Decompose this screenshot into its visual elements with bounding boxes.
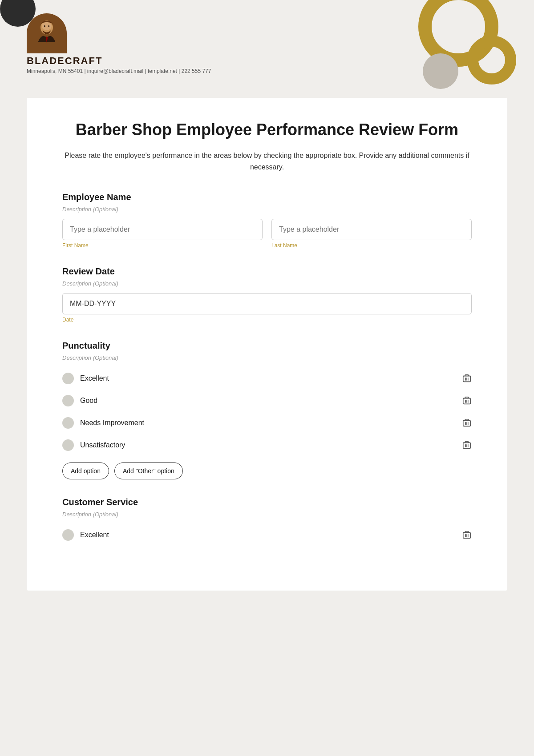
section-punctuality: Punctuality Description (Optional) Excel… <box>62 341 472 479</box>
date-input[interactable] <box>62 293 472 314</box>
radio-option-good: Good <box>62 390 472 412</box>
deco-grey-circle <box>423 53 458 89</box>
delete-icon-excellent[interactable] <box>462 374 472 383</box>
section-label-employee-name: Employee Name <box>62 192 472 202</box>
cs-delete-icon-excellent[interactable] <box>462 530 472 540</box>
svg-point-4 <box>48 25 49 27</box>
cs-radio-option-excellent: Excellent <box>62 524 472 546</box>
radio-circle-unsatisfactory[interactable] <box>62 439 74 451</box>
logo-area: BLADECRAFT Minneapolis, MN 55401 | inqui… <box>27 13 211 74</box>
section-label-review-date: Review Date <box>62 266 472 277</box>
brand-name: BLADECRAFT <box>27 55 102 67</box>
radio-label-good: Good <box>80 397 97 405</box>
first-name-sublabel: First Name <box>62 242 263 249</box>
brand-contact: Minneapolis, MN 55401 | inquire@bladecra… <box>27 68 211 74</box>
last-name-sublabel: Last Name <box>271 242 472 249</box>
section-desc-punctuality: Description (Optional) <box>62 354 472 361</box>
radio-label-unsatisfactory: Unsatisfactory <box>80 441 125 449</box>
cs-radio-circle-excellent[interactable] <box>62 529 74 541</box>
logo-figure <box>27 13 67 53</box>
section-label-customer-service: Customer Service <box>62 497 472 507</box>
section-review-date: Review Date Description (Optional) Date <box>62 266 472 323</box>
form-subtitle: Please rate the employee's performance i… <box>62 150 472 173</box>
cs-radio-label-excellent: Excellent <box>80 531 109 539</box>
radio-circle-needs-improvement[interactable] <box>62 417 74 429</box>
section-employee-name: Employee Name Description (Optional) Fir… <box>62 192 472 249</box>
radio-circle-excellent[interactable] <box>62 373 74 384</box>
page-header: BLADECRAFT Minneapolis, MN 55401 | inqui… <box>0 0 534 98</box>
delete-icon-unsatisfactory[interactable] <box>462 440 472 450</box>
punctuality-add-other-button[interactable]: Add "Other" option <box>114 462 183 479</box>
form-title: Barber Shop Employee Performance Review … <box>62 120 472 139</box>
logo-svg <box>31 18 62 49</box>
first-name-wrapper: First Name <box>62 219 263 249</box>
first-name-input[interactable] <box>62 219 263 240</box>
deco-gold-small-circle <box>467 36 516 84</box>
radio-label-excellent: Excellent <box>80 374 109 382</box>
section-desc-employee-name: Description (Optional) <box>62 206 472 213</box>
last-name-input[interactable] <box>271 219 472 240</box>
last-name-wrapper: Last Name <box>271 219 472 249</box>
date-sublabel: Date <box>62 317 472 323</box>
svg-point-1 <box>42 22 52 30</box>
radio-circle-good[interactable] <box>62 395 74 406</box>
main-content: Barber Shop Employee Performance Review … <box>27 98 507 591</box>
delete-icon-needs-improvement[interactable] <box>462 418 472 428</box>
name-fields-row: First Name Last Name <box>62 219 472 249</box>
section-customer-service: Customer Service Description (Optional) … <box>62 497 472 546</box>
radio-option-needs-improvement: Needs Improvement <box>62 412 472 434</box>
svg-point-3 <box>44 25 45 27</box>
section-desc-review-date: Description (Optional) <box>62 280 472 287</box>
section-label-punctuality: Punctuality <box>62 341 472 351</box>
punctuality-add-option-button[interactable]: Add option <box>62 462 109 479</box>
radio-option-excellent: Excellent <box>62 367 472 390</box>
radio-option-unsatisfactory: Unsatisfactory <box>62 434 472 456</box>
delete-icon-good[interactable] <box>462 396 472 406</box>
punctuality-add-option-row: Add option Add "Other" option <box>62 462 472 479</box>
radio-label-needs-improvement: Needs Improvement <box>80 419 144 427</box>
section-desc-customer-service: Description (Optional) <box>62 511 472 518</box>
